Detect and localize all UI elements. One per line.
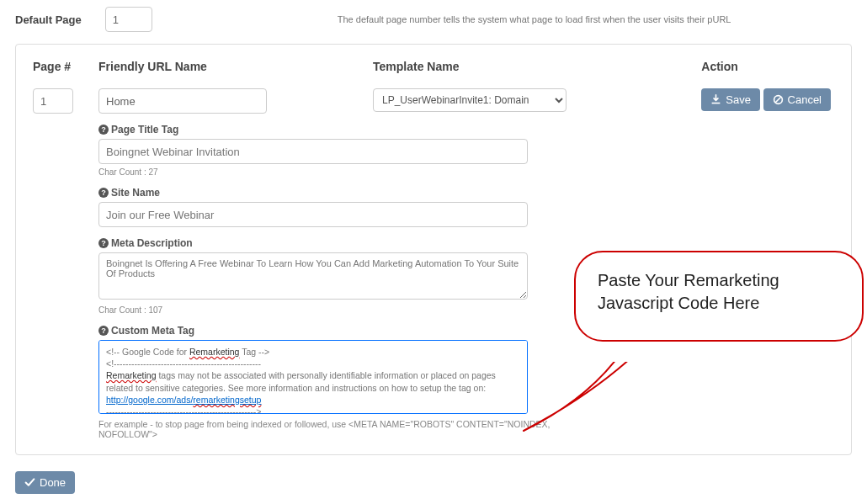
help-icon[interactable]: ? (98, 125, 109, 135)
section-custom-meta: ? Custom Meta Tag <!-- Google Code for R… (98, 325, 528, 414)
meta-desc-textarea[interactable] (98, 252, 528, 300)
page-panel: Page # Friendly URL Name Template Name L… (15, 44, 852, 455)
cancel-button[interactable]: Cancel (763, 88, 831, 111)
check-icon (24, 477, 35, 488)
example-note: For example - to stop page from being in… (98, 419, 553, 439)
ban-icon (773, 94, 784, 105)
custom-meta-textarea[interactable]: <!-- Google Code for Remarketing Tag -->… (98, 340, 528, 414)
default-page-input[interactable] (105, 7, 152, 32)
callout-line2: Javascript Code Here (598, 292, 840, 315)
default-page-help: The default page number tells the system… (338, 14, 731, 24)
download-icon (710, 94, 721, 105)
page-title-label: Page Title Tag (111, 124, 178, 135)
page-title-input[interactable] (98, 139, 528, 164)
template-select[interactable]: LP_UserWebinarInvite1: Domain (373, 88, 566, 112)
meta-desc-char-count: Char Count : 107 (98, 305, 528, 315)
help-icon[interactable]: ? (98, 238, 109, 248)
done-button[interactable]: Done (15, 471, 75, 494)
save-button[interactable]: Save (701, 88, 760, 111)
col-head-action: Action (701, 60, 831, 73)
help-icon[interactable]: ? (98, 326, 109, 336)
site-name-label: Site Name (111, 187, 160, 199)
section-meta-description: ? Meta Description Char Count : 107 (98, 237, 528, 315)
col-head-template: Template Name (373, 60, 600, 73)
meta-desc-label: Meta Description (111, 237, 193, 249)
default-page-row: Default Page The default page number tel… (0, 0, 867, 44)
col-head-page: Page # (33, 60, 83, 73)
done-label: Done (40, 476, 66, 489)
callout-annotation: Paste Your Remarketing Javascript Code H… (574, 251, 864, 342)
cancel-label: Cancel (788, 93, 822, 106)
section-site-name: ? Site Name (98, 187, 528, 227)
callout-line1: Paste Your Remarketing (598, 269, 840, 292)
remarketing-setup-link[interactable]: http://google.com/ads/remarketingsetup (106, 395, 261, 405)
save-label: Save (726, 93, 751, 106)
default-page-label: Default Page (15, 13, 82, 26)
col-head-friendly: Friendly URL Name (98, 60, 351, 73)
columns-header-row: Page # Friendly URL Name Template Name L… (33, 60, 831, 114)
page-number-input[interactable] (33, 88, 73, 114)
section-page-title: ? Page Title Tag Char Count : 27 (98, 124, 528, 177)
friendly-url-input[interactable] (98, 88, 267, 114)
custom-meta-label: Custom Meta Tag (111, 325, 194, 337)
svg-line-1 (775, 97, 781, 103)
page-title-char-count: Char Count : 27 (98, 167, 528, 177)
help-icon[interactable]: ? (98, 188, 109, 198)
site-name-input[interactable] (98, 202, 528, 227)
